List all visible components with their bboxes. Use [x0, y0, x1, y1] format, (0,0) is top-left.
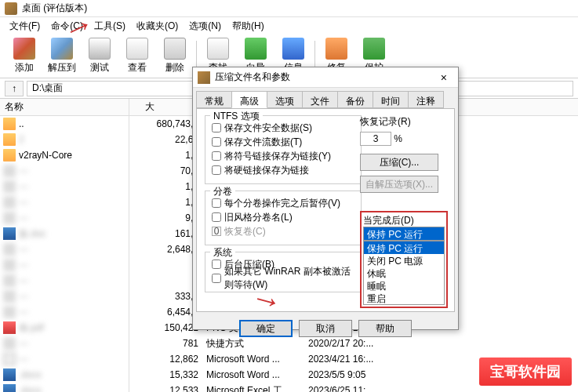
extract-icon [51, 38, 73, 60]
list-item[interactable]: v2rayN-Core [0, 147, 129, 163]
app-icon [198, 71, 210, 84]
list-item[interactable]: 2 [0, 132, 129, 147]
list-item[interactable]: .. [0, 116, 129, 132]
wizard-icon [245, 38, 267, 60]
menu-options[interactable]: 选项(N) [184, 18, 226, 34]
dropdown-option[interactable]: 关闭 PC 电源 [364, 254, 444, 267]
list-item[interactable]: — [0, 289, 129, 304]
add-icon [13, 38, 35, 60]
close-button[interactable]: × [434, 71, 453, 84]
list-item[interactable]: 南.pdf [0, 320, 129, 336]
folder-icon [3, 133, 16, 146]
dropdown-list: 保持 PC 运行 关闭 PC 电源 休眠 睡眠 重启 [363, 241, 445, 305]
delete-button[interactable]: 删除 [157, 36, 193, 76]
archive-params-dialog: 压缩文件名和参数 × 常规 高级 选项 文件 备份 时间 注释 NTFS 选项 … [192, 67, 459, 330]
list-item[interactable]: 版.doc [0, 226, 129, 241]
word-icon [3, 384, 16, 392]
recovery-input[interactable] [360, 132, 391, 146]
window-title: 桌面 (评估版本) [22, 2, 87, 15]
view-icon [126, 38, 148, 60]
dialog-title: 压缩文件名和参数 [215, 71, 290, 84]
col-name[interactable]: 名称 [5, 100, 24, 114]
ntfs-group: NTFS 选项 保存文件安全数据(S) 保存文件流数据(T) 将符号链接保存为链… [205, 115, 362, 184]
add-button[interactable]: 添加 [6, 36, 42, 76]
volume-group: 分卷 每个分卷操作完之后暂停(V) 旧风格分卷名(L) 恢复卷(C) [205, 191, 362, 245]
compress-button[interactable]: 压缩(C)... [360, 154, 438, 171]
menu-file[interactable]: 文件(F) [5, 18, 45, 34]
list-item[interactable]: — [0, 179, 129, 194]
dropdown-option[interactable]: 休眠 [364, 267, 444, 279]
when-done-dropdown[interactable]: 当完成后(D) 保持 PC 运行 保持 PC 运行 关闭 PC 电源 休眠 睡眠… [360, 211, 448, 308]
list-item[interactable]: — [0, 194, 129, 210]
find-icon [207, 38, 229, 60]
tab-general[interactable]: 常规 [196, 91, 232, 108]
save-streams-checkbox[interactable] [212, 137, 221, 147]
wait-other-checkbox[interactable] [212, 274, 221, 283]
recover-vol-input[interactable] [212, 227, 221, 236]
tab-options[interactable]: 选项 [267, 91, 303, 108]
list-item[interactable]: .docx [0, 367, 129, 383]
protect-icon [363, 38, 385, 60]
tab-advanced[interactable]: 高级 [231, 91, 267, 108]
extract-button[interactable]: 解压到 [44, 36, 80, 76]
list-item[interactable]: — [0, 241, 129, 257]
info-icon [282, 38, 304, 60]
list-item[interactable]: — [0, 273, 129, 289]
app-icon [5, 2, 17, 15]
dialog-tabs: 常规 高级 选项 文件 备份 时间 注释 [193, 88, 458, 108]
save-security-checkbox[interactable] [212, 123, 221, 132]
recovery-label: 恢复记录(R) [360, 115, 446, 129]
cancel-button[interactable]: 取消 [299, 320, 352, 337]
system-group: 系统 后台压缩(B) 如果其它 WinRAR 副本被激活则等待(W) [205, 252, 362, 292]
menu-tools[interactable]: 工具(S) [89, 18, 130, 34]
list-item[interactable]: — [0, 336, 129, 351]
pdf-icon [3, 321, 16, 334]
list-item[interactable]: — [0, 257, 129, 273]
test-button[interactable]: 测试 [82, 36, 118, 76]
dropdown-option[interactable]: 重启 [364, 292, 444, 304]
ok-button[interactable]: 确定 [239, 320, 293, 337]
hardlink-checkbox[interactable] [212, 165, 221, 175]
repair-icon [325, 38, 347, 60]
folder-icon [3, 118, 16, 130]
menu-favorites[interactable]: 收藏夹(O) [132, 18, 183, 34]
menu-command[interactable]: 命令(C) [46, 18, 88, 34]
help-button[interactable]: 帮助 [358, 320, 412, 337]
delete-icon [164, 38, 186, 60]
dropdown-option[interactable]: 睡眠 [364, 279, 444, 292]
list-item[interactable]: — [0, 351, 129, 367]
symlink-checkbox[interactable] [212, 151, 221, 161]
test-icon [89, 38, 111, 60]
list-item[interactable]: .docx [0, 383, 129, 392]
sfx-button[interactable]: 自解压选项(X)... [360, 176, 438, 193]
tab-backup[interactable]: 备份 [337, 91, 373, 108]
col-size[interactable]: 大 [145, 100, 154, 114]
pause-volume-checkbox[interactable] [212, 198, 221, 208]
word-icon [3, 368, 16, 381]
list-item[interactable]: — [0, 210, 129, 226]
folder-icon [3, 149, 16, 162]
list-item[interactable]: — [0, 163, 129, 179]
background-checkbox[interactable] [212, 260, 221, 269]
nav-up-button[interactable]: ↑ [5, 81, 24, 96]
list-item[interactable]: — [0, 304, 129, 320]
oldstyle-checkbox[interactable] [212, 212, 221, 222]
dropdown-option[interactable]: 保持 PC 运行 [364, 241, 444, 254]
word-icon [3, 227, 16, 240]
tab-comment[interactable]: 注释 [408, 91, 444, 108]
view-button[interactable]: 查看 [119, 36, 155, 76]
watermark: 宝哥软件园 [479, 358, 572, 386]
tab-time[interactable]: 时间 [373, 91, 409, 108]
menubar: 文件(F) 命令(C) 工具(S) 收藏夹(O) 选项(N) 帮助(H) [0, 17, 578, 34]
menu-help[interactable]: 帮助(H) [227, 18, 269, 34]
tab-files[interactable]: 文件 [302, 91, 338, 108]
